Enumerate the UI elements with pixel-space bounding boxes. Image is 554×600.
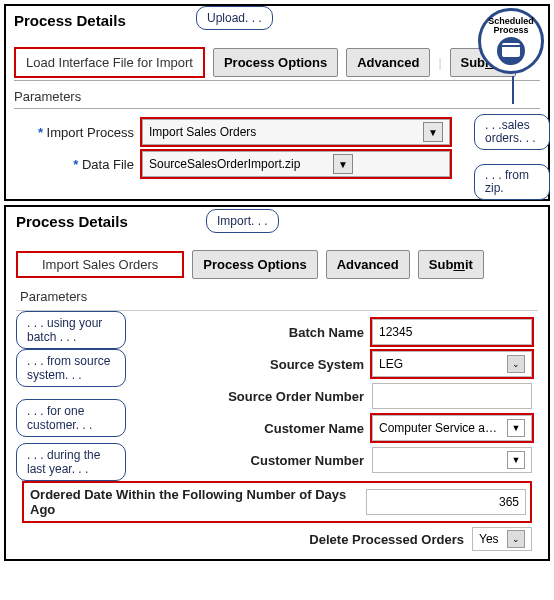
- input-ordered-date-days[interactable]: 365: [366, 489, 526, 515]
- callout-source-system: . . . from source system. . .: [16, 349, 126, 387]
- select-data-file[interactable]: SourceSalesOrderImport.zip ▼: [142, 151, 450, 177]
- select-import-process-value: Import Sales Orders: [149, 125, 256, 139]
- select-source-system[interactable]: LEG ⌄: [372, 351, 532, 377]
- process-options-button[interactable]: Process Options: [213, 48, 338, 77]
- value-source-system: LEG: [379, 357, 403, 371]
- select-customer-number[interactable]: ▼: [372, 447, 532, 473]
- value-ordered-date-days: 365: [499, 495, 519, 509]
- parameters-label: Parameters: [16, 287, 538, 306]
- callout-import: Import. . .: [206, 209, 279, 233]
- input-source-order-number[interactable]: [372, 383, 532, 409]
- label-customer-number: Customer Number: [166, 453, 364, 468]
- select-delete-processed[interactable]: Yes ⌄: [472, 527, 532, 551]
- badge-line2: Process: [493, 26, 528, 35]
- process-options-button[interactable]: Process Options: [192, 250, 317, 279]
- callout-sales-orders: . . .sales orders. . .: [474, 114, 550, 150]
- label-batch-name: Batch Name: [166, 325, 364, 340]
- top-heading: Process Details: [14, 10, 540, 33]
- calendar-icon: [497, 37, 525, 65]
- input-batch-name[interactable]: 12345: [372, 319, 532, 345]
- bottom-title-box: Import Sales Orders: [16, 251, 184, 278]
- advanced-button[interactable]: Advanced: [346, 48, 430, 77]
- label-data-file: Data File: [14, 157, 134, 172]
- dropdown-icon[interactable]: ⌄: [507, 530, 525, 548]
- submit-pre: Sub: [429, 257, 454, 272]
- select-customer-name[interactable]: Computer Service and R ▼: [372, 415, 532, 441]
- select-data-file-value: SourceSalesOrderImport.zip: [149, 157, 300, 171]
- bottom-panel: Process Details Import. . . Import Sales…: [4, 205, 550, 561]
- dropdown-icon[interactable]: ▼: [507, 451, 525, 469]
- callout-upload: Upload. . .: [196, 6, 273, 30]
- callout-customer: . . . for one customer. . .: [16, 399, 126, 437]
- label-ordered-date-days: Ordered Date Within the Following Number…: [28, 487, 358, 517]
- top-panel: Process Details Scheduled Process Upload…: [4, 4, 550, 201]
- submit-post: it: [465, 257, 473, 272]
- label-customer-name: Customer Name: [166, 421, 364, 436]
- top-title-box: Load Interface File for Import: [14, 47, 205, 78]
- dropdown-icon[interactable]: ▼: [333, 154, 353, 174]
- submit-button[interactable]: Submit: [418, 250, 484, 279]
- dropdown-icon[interactable]: ▼: [507, 419, 525, 437]
- callout-last-year: . . . during the last year. . .: [16, 443, 126, 481]
- value-delete-processed: Yes: [479, 532, 499, 546]
- label-import-process: Import Process: [14, 125, 134, 140]
- value-batch-name: 12345: [379, 325, 412, 339]
- advanced-button[interactable]: Advanced: [326, 250, 410, 279]
- callout-batch: . . . using your batch . . .: [16, 311, 126, 349]
- select-import-process[interactable]: Import Sales Orders ▼: [142, 119, 450, 145]
- scheduled-process-badge: Scheduled Process: [478, 8, 544, 74]
- parameters-label: Parameters: [14, 87, 540, 106]
- label-source-order-number: Source Order Number: [166, 389, 364, 404]
- label-delete-processed: Delete Processed Orders: [166, 532, 464, 547]
- value-customer-name: Computer Service and R: [379, 421, 499, 435]
- badge-connector-line: [512, 76, 514, 104]
- submit-accel: m: [453, 257, 465, 272]
- dropdown-icon[interactable]: ⌄: [507, 355, 525, 373]
- label-source-system: Source System: [166, 357, 364, 372]
- dropdown-icon[interactable]: ▼: [423, 122, 443, 142]
- callout-from-zip: . . . from zip.: [474, 164, 550, 200]
